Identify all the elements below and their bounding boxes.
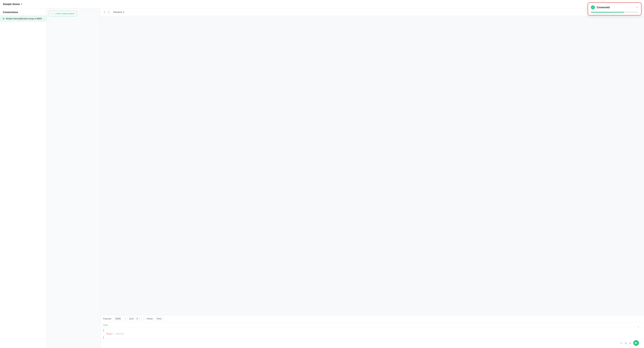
help-icon: ?: [108, 11, 110, 14]
connection-title-label: Simple Demo: [3, 3, 20, 6]
sidebar-title: Connections: [0, 8, 46, 16]
compose-actions: ⊙ ⊞ ⊗: [103, 339, 642, 347]
connected-popup: ✓ Connected ×: [588, 3, 642, 16]
code-line-1: {: [103, 328, 642, 332]
page-title: Simple Demo ▾: [3, 3, 22, 6]
retain-toggle[interactable]: Retain: [143, 317, 153, 320]
send-icon: [635, 341, 638, 344]
code-line-3: }: [103, 336, 642, 339]
dropdown-chevron-icon: ∨: [123, 11, 125, 14]
compose-area: Payload: JSON Plaintext Base64 Hex QoS: …: [100, 315, 644, 348]
connected-close-button[interactable]: ×: [636, 6, 638, 9]
payload-select[interactable]: JSON Plaintext Base64 Hex: [114, 317, 127, 321]
new-subscription-button[interactable]: + + New Subscription: [49, 11, 77, 16]
connected-status-text: Connected: [597, 6, 634, 9]
plus-icon: +: [52, 12, 53, 15]
connection-status-dot: [3, 18, 4, 20]
send-button[interactable]: [633, 340, 639, 346]
plaintext-label: Plaintext: [113, 11, 122, 14]
subscriptions-panel: + + New Subscription: [47, 8, 100, 348]
code-line-2: "msg": "hello": [103, 332, 642, 336]
code-editor[interactable]: { "msg": "hello" }: [103, 328, 642, 339]
retain-circle-icon: [143, 317, 146, 320]
subscriptions-list: + + New Subscription: [47, 8, 100, 348]
new-subscription-label: + New Subscription: [54, 12, 74, 15]
payload-label: Payload:: [103, 317, 112, 320]
topic-chevron-icon: ∨: [637, 325, 639, 328]
plaintext-dropdown[interactable]: Plaintext ∨: [112, 10, 126, 14]
connected-popup-header: ✓ Connected ×: [588, 3, 641, 12]
connection-label: Simple Demo@broker.emqx.io:8083: [6, 18, 42, 20]
messages-area: ≡ ? Plaintext ∨ Payload: JSON Plaintext …: [100, 8, 644, 348]
chevron-down-icon[interactable]: ▾: [21, 3, 22, 6]
compose-toolbar: Payload: JSON Plaintext Base64 Hex QoS: …: [100, 315, 644, 322]
filter-icon: ≡: [104, 11, 105, 14]
meta-button[interactable]: Meta: [155, 317, 164, 321]
sidebar-connection-item[interactable]: Simple Demo@broker.emqx.io:8083: [0, 16, 46, 22]
topic-label: Topic: [103, 324, 108, 326]
qos-select[interactable]: 0 1 2: [135, 317, 142, 321]
copy-button[interactable]: ⊙: [620, 341, 623, 345]
filter-button[interactable]: ≡: [103, 10, 106, 14]
retain-label: Retain: [147, 317, 153, 320]
qos-group: QoS: 0 1 2: [129, 317, 142, 321]
connected-check-icon: ✓: [591, 6, 595, 9]
compose-body: Topic ∨ { "msg": "hello" } ⊙ ⊞ ⊗: [100, 322, 644, 348]
connected-progress-bar: [591, 12, 638, 13]
qos-label: QoS:: [129, 317, 134, 320]
top-bar: Simple Demo ▾ ⏻ ✎ ···: [0, 0, 644, 8]
clear-button[interactable]: ⊗: [629, 341, 632, 345]
messages-content: [100, 16, 644, 315]
sidebar: Connections Simple Demo@broker.emqx.io:8…: [0, 8, 47, 348]
main-layout: Connections Simple Demo@broker.emqx.io:8…: [0, 8, 644, 348]
messages-toolbar: ≡ ? Plaintext ∨: [100, 8, 644, 16]
format-button[interactable]: ⊞: [624, 341, 627, 345]
